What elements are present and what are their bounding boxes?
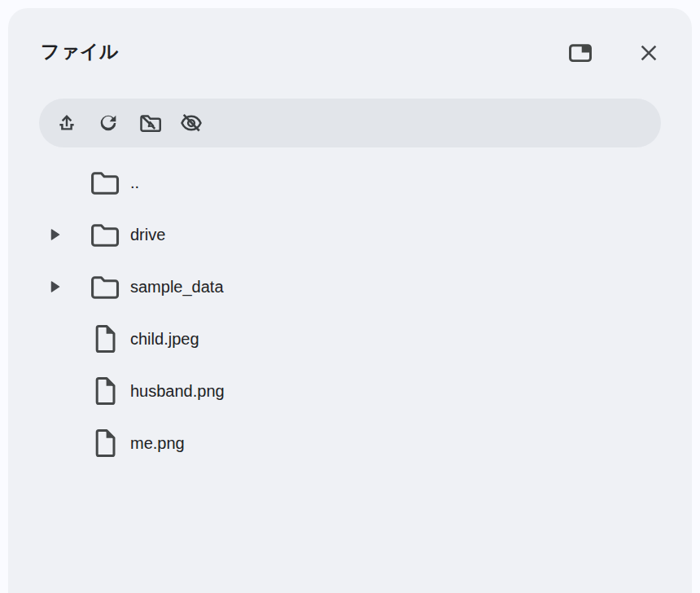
mount-drive-button[interactable] [130,103,169,143]
tree-item-label: husband.png [130,382,225,401]
tree-row-husband-png[interactable]: husband.png [8,365,692,417]
panel-title: ファイル [41,37,119,65]
close-panel-button[interactable] [632,36,666,70]
folder-icon [90,222,120,248]
tree-item-label: me.png [130,434,185,453]
upload-icon [55,112,78,134]
folder-icon [90,274,120,301]
toggle-hidden-files-button[interactable] [172,103,211,143]
tree-item-label: drive [130,226,165,244]
folder-icon [90,169,120,196]
expand-arrow-icon[interactable] [50,280,73,293]
tree-row-child-jpeg[interactable]: child.jpeg [8,313,692,365]
upload-button[interactable] [47,103,86,143]
close-icon [637,41,661,65]
expand-arrow-icon[interactable] [50,228,73,241]
header-actions [563,36,666,70]
files-panel: ファイル [8,8,692,593]
files-toolbar [39,99,661,147]
open-in-tab-button[interactable] [563,36,597,70]
eye-off-icon [179,111,203,135]
files-panel-header: ファイル [8,8,692,90]
refresh-icon [97,112,120,134]
tree-row-drive[interactable]: drive [8,209,692,261]
tree-row-me-png[interactable]: me.png [8,417,692,469]
refresh-button[interactable] [89,103,128,143]
drive-folder-crossed-icon [138,111,162,135]
file-icon [93,376,118,406]
file-icon [93,323,118,354]
tree-item-label: sample_data [130,278,224,296]
file-tree: .. drive sample_data [8,156,692,469]
tree-item-label: child.jpeg [130,330,199,349]
file-icon [93,428,118,459]
tree-row-sample-data[interactable]: sample_data [8,261,692,313]
tab-layout-icon [567,39,594,67]
tree-row-[interactable]: .. [8,156,692,209]
tree-item-label: .. [130,174,139,192]
